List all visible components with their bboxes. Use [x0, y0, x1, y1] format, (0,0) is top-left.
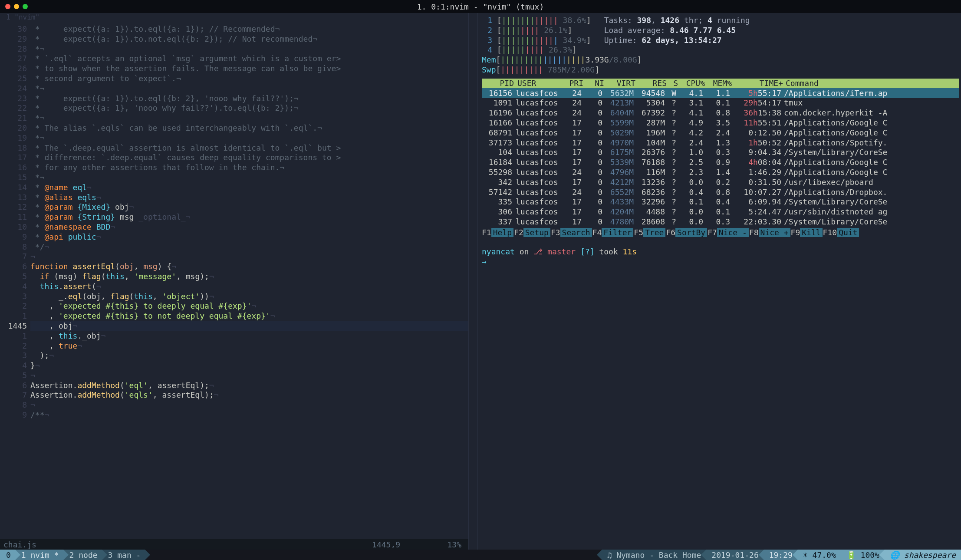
prompt-arrow-icon: → — [482, 257, 487, 266]
status-cursor-pos: 1445,9 — [372, 540, 400, 549]
tmux-status-segment: 🌐 shakespeare — [885, 550, 961, 560]
fkey-button[interactable]: Kill — [800, 228, 822, 237]
process-table-header[interactable]: PIDUSERPRINIVIRTRESSCPU%MEM%TIME+Command — [482, 79, 959, 88]
fkey-hint: F10 — [823, 228, 837, 237]
shell-prompt[interactable]: nyancat on ⎇ master [?] took 11s → — [482, 247, 959, 267]
htop-fkeys: F1Help F2Setup F3SearchF4FilterF5Tree F6… — [482, 227, 959, 237]
process-row[interactable]: 335lucasfcos1704433M32296?0.10.46:09.94/… — [482, 197, 959, 207]
tmux-window-tab[interactable]: 3 man - — [102, 550, 145, 560]
minimize-icon[interactable] — [14, 4, 19, 9]
fkey-button[interactable]: Help — [491, 228, 513, 237]
prompt-cwd: nyancat — [482, 247, 515, 256]
fkey-hint: F6 — [666, 228, 675, 237]
process-table-body[interactable]: 16156lucasfcos2405632M94548W4.11.15h55:1… — [482, 88, 959, 227]
proc-col-ni[interactable]: NI — [583, 79, 604, 88]
fkey-button[interactable]: Filter — [602, 228, 633, 237]
tmux-window-tab[interactable]: 1 nvim * — [15, 550, 63, 560]
line-gutter: 3029282726252423222120191817161514131211… — [0, 24, 30, 539]
process-row[interactable]: 306lucasfcos1704204M4488?0.00.15:24.47/u… — [482, 207, 959, 217]
process-row[interactable]: 55298lucasfcos2404796M116M?2.31.41:46.29… — [482, 167, 959, 177]
close-icon[interactable] — [5, 4, 10, 9]
status-file: chai.js — [3, 540, 36, 549]
process-row[interactable]: 57142lucasfcos2406552M68236?0.40.810:07.… — [482, 187, 959, 197]
tmux-window-tab[interactable]: 2 node — [63, 550, 102, 560]
proc-col-s[interactable]: S — [667, 79, 678, 88]
fkey-hint: F3 — [551, 228, 560, 237]
git-branch: master — [547, 247, 576, 256]
htop-header: 1 [|||||||||||| 38.6%]2 [|||||||| 26.1%]… — [482, 16, 959, 55]
proc-col-pid[interactable]: PID — [484, 79, 514, 88]
process-row[interactable]: 37173lucasfcos1704970M104M?2.41.31h50:52… — [482, 138, 959, 148]
tmux-status-segment: 🔋 100% — [841, 550, 885, 560]
proc-col-command[interactable]: Command — [783, 79, 958, 88]
fkey-hint: F1 — [482, 228, 491, 237]
fkey-button[interactable]: SortBy — [675, 228, 707, 237]
process-row[interactable]: 68791lucasfcos1705029M196M?4.22.40:12.50… — [482, 128, 959, 138]
fkey-button[interactable]: Nice - — [717, 228, 749, 237]
editor-pane[interactable]: 1 "nvim" 3029282726252423222120191817161… — [0, 13, 469, 550]
fkey-hint: F8 — [749, 228, 759, 237]
process-row[interactable]: 337lucasfcos1704780M28608?0.00.322:03.30… — [482, 217, 959, 227]
process-row[interactable]: 16166lucasfcos1705599M287M?4.93.511h55:5… — [482, 118, 959, 128]
fkey-hint: F2 — [514, 228, 523, 237]
editor-tab: 1 "nvim" — [0, 13, 468, 23]
pane-separator[interactable] — [469, 13, 477, 550]
fkey-hint: F5 — [634, 228, 643, 237]
fkey-button[interactable]: Search — [560, 228, 592, 237]
tmux-status-segment: ☀ 47.0% — [798, 550, 841, 560]
zoom-icon[interactable] — [23, 4, 28, 9]
cpu-meters-column: 1 [|||||||||||| 38.6%]2 [|||||||| 26.1%]… — [482, 16, 591, 55]
fkey-hint: F7 — [708, 228, 717, 237]
proc-col-mem[interactable]: MEM% — [705, 79, 732, 88]
process-row[interactable]: 104lucasfcos1706175M26376?1.00.39:04.34/… — [482, 148, 959, 158]
workspace: 1 "nvim" 3029282726252423222120191817161… — [0, 13, 961, 550]
fkey-button[interactable]: Tree — [643, 228, 665, 237]
fkey-hint: F9 — [791, 228, 800, 237]
window-title: 1. 0:1:nvim - "nvim" (tmux) — [417, 2, 544, 11]
proc-col-virt[interactable]: VIRT — [604, 79, 635, 88]
right-pane[interactable]: 1 [|||||||||||| 38.6%]2 [|||||||| 26.1%]… — [477, 13, 961, 550]
editor-statusline: chai.js 1445,9 13% — [0, 539, 468, 550]
proc-col-res[interactable]: RES — [635, 79, 667, 88]
proc-col-user[interactable]: USER — [514, 79, 562, 88]
tmux-statusbar: 01 nvim *2 node3 man -♫ Nymano - Back Ho… — [0, 550, 961, 560]
editor-body[interactable]: 3029282726252423222120191817161514131211… — [0, 23, 468, 539]
prompt-on: on — [520, 247, 529, 256]
process-row[interactable]: 16184lucasfcos1705339M76188?2.50.94h08:0… — [482, 157, 959, 167]
prompt-duration: 11s — [623, 247, 637, 256]
proc-col-time[interactable]: TIME+ — [732, 79, 783, 88]
process-row[interactable]: 16196lucasfcos2406404M67392?4.10.836h15:… — [482, 108, 959, 118]
fkey-button[interactable]: Setup — [523, 228, 550, 237]
tmux-status-segment: ♫ Nymano - Back Home — [602, 550, 707, 560]
status-scroll-pct: 13% — [447, 540, 461, 549]
fkey-button[interactable]: Quit — [837, 228, 859, 237]
tmux-window-tab[interactable]: 0 — [0, 550, 15, 560]
proc-col-cpu[interactable]: CPU% — [678, 79, 705, 88]
process-row[interactable]: 342lucasfcos1704212M13236?0.00.20:31.50/… — [482, 177, 959, 187]
prompt-took: took — [599, 247, 618, 256]
proc-col-pri[interactable]: PRI — [562, 79, 583, 88]
process-row[interactable]: 16156lucasfcos2405632M94548W4.11.15h55:1… — [482, 88, 959, 98]
fkey-hint: F4 — [592, 228, 602, 237]
fkey-button[interactable]: Nice + — [759, 228, 790, 237]
git-branch-icon: ⎇ — [533, 247, 543, 256]
git-dirty-mark: [?] — [580, 247, 595, 256]
process-row[interactable]: 1091lucasfcos2404213M5304?3.10.129h54:17… — [482, 98, 959, 108]
memory-meters: Mem[||||||||||||||||||3.93G/8.00G]Swp[||… — [482, 55, 959, 75]
tmux-status-segment: 2019-01-26 — [706, 550, 764, 560]
htop-info-column: Tasks: 398, 1426 thr; 4 running Load ave… — [604, 16, 750, 55]
code-area[interactable]: * expect({a: 1}).to.eql({a: 1}); // Reco… — [30, 24, 468, 539]
traffic-lights — [5, 4, 28, 9]
window-titlebar: 1. 0:1:nvim - "nvim" (tmux) — [0, 0, 961, 13]
